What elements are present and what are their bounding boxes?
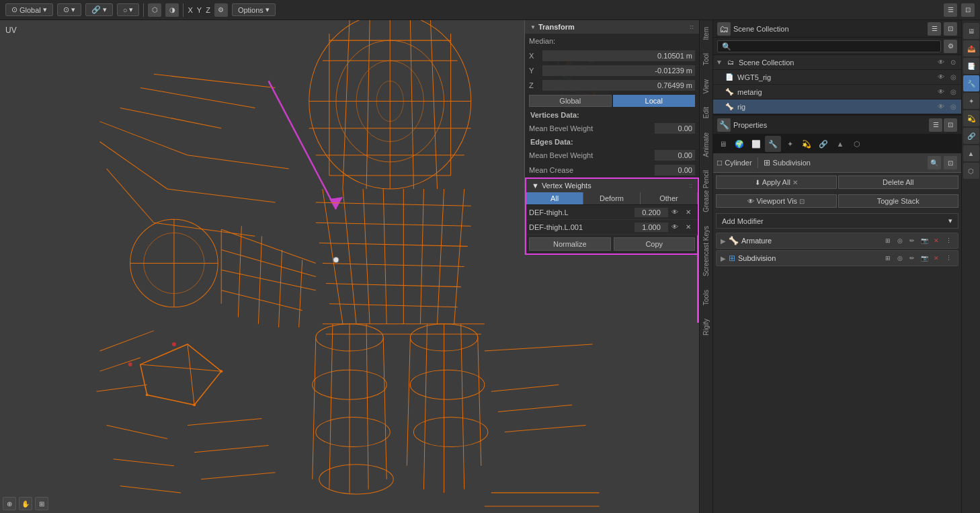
viewport-vis-btn[interactable]: 👁 Viewport Vis ⊡ [716, 194, 837, 208]
mode-select[interactable]: ⊙ Global ▾ [5, 3, 53, 16]
weight-row2-eye[interactable]: 👁 [668, 223, 682, 231]
rigify-tab[interactable]: Rigify [702, 319, 710, 336]
copy-btn[interactable]: Copy [614, 237, 696, 251]
tab-all[interactable]: All [526, 192, 583, 204]
overlay-icon[interactable]: ⬡ [148, 3, 161, 17]
shading-icon[interactable]: ◑ [165, 3, 179, 17]
outliner-filter[interactable]: ☰ [928, 22, 941, 36]
physicstab[interactable]: 💫 [963, 110, 979, 126]
toggle-stack-btn[interactable]: Toggle Stack [838, 194, 959, 208]
proportional-btn[interactable]: ○ ▾ [117, 3, 140, 16]
options-icon[interactable]: ⚙ [214, 3, 228, 17]
tab-deform[interactable]: Deform [583, 192, 641, 204]
z-row[interactable]: Z 0.76499 m [525, 78, 699, 93]
outliner-item-rig[interactable]: 🦴 rig 👁 ◎ [713, 100, 961, 114]
filter-icon[interactable]: ☰ [944, 3, 957, 17]
viewport[interactable]: UV [0, 20, 699, 513]
props-tab-data[interactable]: ▲ [832, 136, 848, 152]
armature-modifier-header[interactable]: ▶ 🦴 Armature ⊞ ◎ ✏ 📷 ✕ ⋮ [717, 233, 958, 248]
apply-all-btn[interactable]: ⬇ Apply All ✕ [716, 175, 837, 189]
normalize-btn[interactable]: Normalize [529, 237, 611, 251]
collection-eye[interactable]: 👁 [936, 57, 946, 68]
wgt5-eye[interactable]: 👁 [936, 72, 946, 83]
properties-filter[interactable]: ☰ [929, 118, 942, 132]
viewlayer-tab[interactable]: 📑 [963, 58, 979, 74]
wrench-icon[interactable]: 🔧 [717, 118, 731, 132]
wgt5-render[interactable]: ◎ [948, 72, 958, 83]
constraintstab[interactable]: 🔗 [963, 128, 979, 144]
weight-row1-value[interactable]: 0.200 [635, 208, 668, 217]
y-value[interactable]: -0.01239 m [542, 65, 695, 76]
viewport-hand-icon[interactable]: ✋ [19, 497, 32, 510]
x-row[interactable]: X 0.10501 m [525, 48, 699, 63]
grease-pencil-tab[interactable]: Grease Pencil [702, 170, 710, 212]
edit-tab[interactable]: Edit [702, 107, 710, 118]
local-btn[interactable]: Local [613, 95, 696, 107]
modifier-tab[interactable]: 🔧 [963, 75, 979, 91]
axis-z[interactable]: Z [206, 6, 210, 14]
mean-bevel-weight-v-value[interactable]: 0.00 [655, 123, 695, 134]
rig-render[interactable]: ◎ [948, 102, 958, 112]
outliner-item-wgt5[interactable]: 📄 WGT5_rig 👁 ◎ [713, 70, 961, 85]
snap-btn[interactable]: 🔗 ▾ [85, 3, 113, 16]
screencast-tab[interactable]: Screencast Keys [702, 226, 710, 276]
vertex-weights-header[interactable]: ▼ Vertex Weights :: [526, 179, 698, 192]
transform-panel-header[interactable]: ▼ Transform :: [525, 20, 699, 34]
render-tab[interactable]: 🖥 [963, 23, 979, 39]
weight-row-2[interactable]: DEF-thigh.L.001 1.000 👁 ✕ [526, 220, 698, 235]
viewport-nav-icon[interactable]: ⊕ [3, 497, 16, 510]
z-value[interactable]: 0.76499 m [542, 80, 695, 91]
objectdata-tab[interactable]: ▲ [963, 145, 979, 161]
armature-realtime[interactable]: ⊞ [883, 235, 893, 246]
subdivision-edit[interactable]: ✏ [907, 253, 917, 264]
rig-eye[interactable]: 👁 [936, 102, 946, 112]
armature-x[interactable]: ✕ [931, 235, 942, 246]
x-value[interactable]: 0.10501 m [542, 50, 695, 61]
delete-all-btn[interactable]: Delete All [838, 175, 959, 189]
mean-crease-row[interactable]: Mean Crease 0.00 [525, 163, 699, 177]
material-tab[interactable]: ⬡ [963, 163, 979, 179]
axis-y[interactable]: Y [197, 6, 202, 14]
metarig-eye[interactable]: 👁 [936, 87, 946, 97]
outliner-options[interactable]: ⚙ [944, 40, 957, 53]
props-tab-physics[interactable]: 💫 [799, 136, 815, 152]
outliner-item-collection[interactable]: ▼ 🗂 Scene Collection 👁 ⊙ [713, 55, 961, 70]
particlestab[interactable]: ✦ [963, 93, 979, 109]
armature-camera[interactable]: 📷 [919, 235, 930, 246]
pivot-btn[interactable]: ⊙ ▾ [57, 3, 81, 16]
collection-render[interactable]: ⊙ [948, 57, 958, 68]
animate-tab[interactable]: Animate [702, 132, 710, 157]
metarig-render[interactable]: ◎ [948, 87, 958, 97]
subdivision-render[interactable]: ◎ [895, 253, 905, 264]
output-tab[interactable]: 📤 [963, 40, 979, 56]
tools-tab[interactable]: Tools [702, 290, 710, 305]
viewport-vis-x[interactable]: ⊡ [799, 198, 805, 205]
viewport-grid-icon[interactable]: ⊞ [35, 497, 48, 510]
outliner-search-input[interactable] [717, 40, 941, 52]
maximize-icon[interactable]: ⊡ [961, 3, 975, 17]
axis-x[interactable]: X [188, 6, 192, 14]
weight-row2-value[interactable]: 1.000 [635, 223, 668, 232]
mean-bevel-weight-row[interactable]: Mean Bevel Weight 0.00 [525, 148, 699, 163]
subdivision-realtime[interactable]: ⊞ [883, 253, 893, 264]
props-search-icon[interactable]: 🔍 [928, 156, 941, 169]
props-tab-particles[interactable]: ✦ [782, 136, 798, 152]
view-tab[interactable]: View [702, 79, 710, 94]
item-tab[interactable]: Item [702, 27, 710, 40]
global-btn[interactable]: Global [529, 95, 612, 107]
add-modifier-btn[interactable]: Add Modifier ▾ [716, 213, 958, 229]
props-tab-modifier[interactable]: 🔧 [765, 136, 781, 152]
subdivision-camera[interactable]: 📷 [919, 253, 930, 264]
weight-row1-x[interactable]: ✕ [682, 208, 695, 216]
outliner-maximize[interactable]: ⊡ [944, 22, 957, 36]
properties-maximize[interactable]: ⊡ [944, 118, 957, 132]
props-tab-constraints[interactable]: 🔗 [815, 136, 831, 152]
armature-edit[interactable]: ✏ [907, 235, 917, 246]
subdivision-modifier-header[interactable]: ▶ ⊞ Subdivision ⊞ ◎ ✏ 📷 ✕ ⋮ [717, 251, 958, 266]
y-row[interactable]: Y -0.01239 m [525, 63, 699, 78]
apply-all-x[interactable]: ✕ [792, 179, 798, 186]
outliner-item-metarig[interactable]: 🦴 metarig 👁 ◎ [713, 85, 961, 100]
subdivision-more[interactable]: ⋮ [943, 253, 954, 264]
subdivision-x[interactable]: ✕ [931, 253, 942, 264]
mean-bevel-weight-v-row[interactable]: Mean Bevel Weight 0.00 [525, 121, 699, 136]
